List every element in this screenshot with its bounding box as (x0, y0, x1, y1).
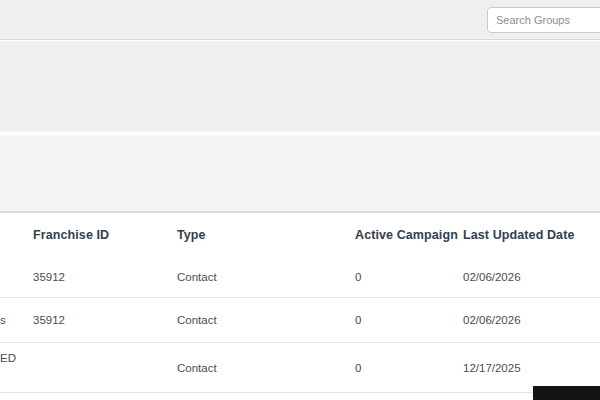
cell-franchise-id: 35912 (33, 271, 177, 283)
cell-active-campaign: 0 (355, 314, 463, 326)
group-name-fragment: ED (0, 352, 16, 364)
content-panel (0, 41, 600, 133)
table-row[interactable]: s 35912 Contact 0 02/06/2026 (0, 298, 600, 343)
header-type: Type (177, 228, 355, 242)
table-row[interactable]: ED Contact 0 12/17/2025 (0, 343, 600, 393)
table-row[interactable]: 35912 Contact 0 02/06/2026 (0, 256, 600, 298)
cell-type: Contact (177, 362, 355, 374)
pagination-zone: « ‹ 1 2 3 4 5 6 › » (0, 135, 600, 212)
header-last-updated-date: Last Updated Date (463, 228, 600, 242)
cell-active-campaign: 0 (355, 362, 463, 374)
groups-table: Franchise ID Type Active Campaign Last U… (0, 212, 600, 393)
groups-screen: « ‹ 1 2 3 4 5 6 › » Franchise ID Type Ac… (0, 0, 600, 400)
header-franchise-id: Franchise ID (33, 228, 177, 242)
search-groups-input[interactable] (487, 7, 600, 33)
cell-last-updated-date: 02/06/2026 (463, 314, 600, 326)
cell-active-campaign: 0 (355, 271, 463, 283)
group-name-fragment: s (0, 314, 6, 326)
table-header-row: Franchise ID Type Active Campaign Last U… (0, 213, 600, 256)
cell-franchise-id: 35912 (33, 314, 177, 326)
corner-overlay (533, 386, 600, 400)
cell-last-updated-date: 12/17/2025 (463, 362, 600, 374)
cell-type: Contact (177, 314, 355, 326)
cell-last-updated-date: 02/06/2026 (463, 271, 600, 283)
header-active-campaign: Active Campaign (355, 228, 463, 242)
top-bar (0, 0, 600, 40)
cell-type: Contact (177, 271, 355, 283)
